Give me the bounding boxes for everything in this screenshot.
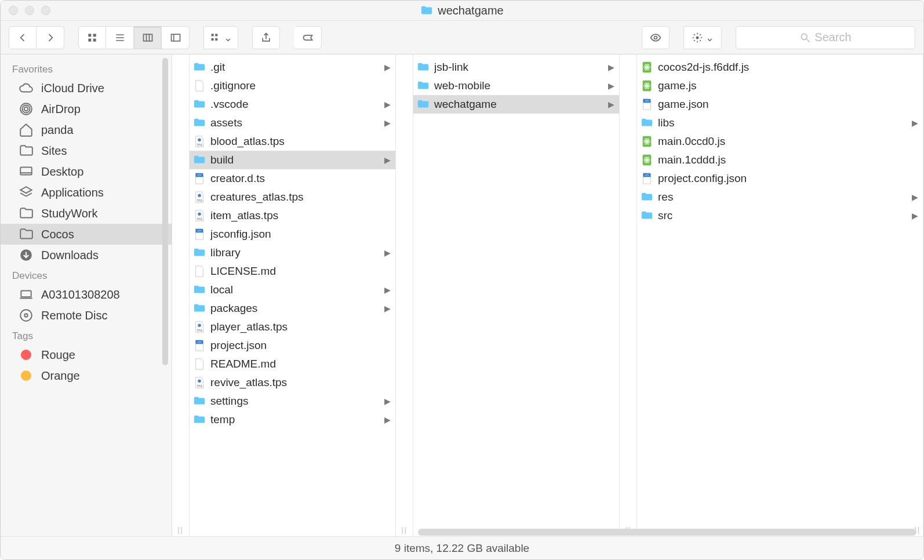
sidebar-item-icloud-drive[interactable]: iCloud Drive bbox=[1, 78, 172, 99]
sidebar-item-rouge[interactable]: Rouge bbox=[1, 344, 172, 365]
file-row[interactable]: main.0ccd0.js bbox=[637, 132, 923, 151]
svg-text:</>: </> bbox=[197, 229, 202, 232]
file-row[interactable]: README.md bbox=[190, 355, 395, 373]
file-row[interactable]: game.js bbox=[637, 77, 923, 95]
folder-icon bbox=[193, 98, 206, 111]
column-gutter-2: || bbox=[620, 54, 637, 536]
traffic-lights bbox=[9, 6, 50, 15]
file-name: .vscode bbox=[210, 98, 380, 111]
list-view-button[interactable] bbox=[106, 26, 134, 49]
download-icon bbox=[18, 248, 34, 262]
folder-icon bbox=[641, 209, 653, 222]
horizontal-scrollbar[interactable] bbox=[418, 529, 916, 536]
minimize-window-button[interactable] bbox=[25, 6, 34, 15]
file-row[interactable]: src▶ bbox=[637, 206, 923, 225]
search-field[interactable]: Search bbox=[736, 26, 915, 49]
sidebar-item-panda[interactable]: panda bbox=[1, 119, 172, 140]
file-name: library bbox=[210, 246, 380, 259]
file-row[interactable]: .git▶ bbox=[190, 58, 395, 77]
file-row[interactable]: library▶ bbox=[190, 243, 395, 262]
search-icon bbox=[799, 32, 811, 43]
sidebar-scrollbar[interactable] bbox=[162, 58, 168, 365]
file-row[interactable]: assets▶ bbox=[190, 114, 395, 132]
file-row[interactable]: </>jsconfig.json bbox=[190, 225, 395, 243]
file-row[interactable]: jsb-link▶ bbox=[413, 58, 619, 77]
file-name: revive_atlas.tps bbox=[210, 376, 391, 389]
folder-icon bbox=[18, 206, 34, 220]
sidebar-item-downloads[interactable]: Downloads bbox=[1, 245, 172, 266]
svg-point-40 bbox=[198, 324, 201, 328]
file-row[interactable]: wechatgame▶ bbox=[413, 95, 619, 114]
arrange-button[interactable]: ⌄ bbox=[203, 26, 238, 49]
sidebar-item-remote-disc[interactable]: Remote Disc bbox=[1, 305, 172, 326]
column-resize-handle[interactable]: || bbox=[172, 526, 189, 534]
column-2[interactable]: || cocos2d-js.f6ddf.jsgame.js</>game.jso… bbox=[637, 54, 923, 536]
file-row[interactable]: build▶ bbox=[190, 151, 395, 169]
close-window-button[interactable] bbox=[9, 6, 18, 15]
file-row[interactable]: TPScreatures_atlas.tps bbox=[190, 188, 395, 206]
file-row[interactable]: </>project.config.json bbox=[637, 169, 923, 188]
sidebar-item-cocos[interactable]: Cocos bbox=[1, 224, 172, 245]
file-row[interactable]: TPSblood_atlas.tps bbox=[190, 132, 395, 151]
sidebar-item-applications[interactable]: Applications bbox=[1, 182, 172, 203]
sidebar-item-desktop[interactable]: Desktop bbox=[1, 161, 172, 182]
file-row[interactable]: .gitignore bbox=[190, 77, 395, 95]
file-row[interactable]: packages▶ bbox=[190, 299, 395, 318]
file-row[interactable]: res▶ bbox=[637, 188, 923, 206]
action-button[interactable]: ⌄ bbox=[683, 26, 722, 49]
sidebar-item-label: Desktop bbox=[41, 165, 83, 179]
file-row[interactable]: main.1cddd.js bbox=[637, 151, 923, 169]
gallery-view-button[interactable] bbox=[162, 26, 190, 49]
svg-text:TPS: TPS bbox=[197, 144, 202, 147]
file-row[interactable]: web-mobile▶ bbox=[413, 77, 619, 95]
file-row[interactable]: </>creator.d.ts bbox=[190, 169, 395, 188]
file-row[interactable]: TPSplayer_atlas.tps bbox=[190, 318, 395, 336]
share-button[interactable] bbox=[252, 26, 280, 49]
file-row[interactable]: TPSrevive_atlas.tps bbox=[190, 373, 395, 392]
column-0[interactable]: .git▶.gitignore.vscode▶assets▶TPSblood_a… bbox=[190, 54, 396, 536]
file-name: .git bbox=[210, 61, 380, 74]
folder-icon bbox=[193, 117, 206, 129]
chevron-right-icon: ▶ bbox=[384, 285, 391, 294]
column-view-button[interactable] bbox=[134, 26, 162, 49]
icon-view-button[interactable] bbox=[78, 26, 106, 49]
file-row[interactable]: TPSitem_atlas.tps bbox=[190, 206, 395, 225]
svg-rect-26 bbox=[21, 291, 31, 297]
chevron-right-icon: ▶ bbox=[384, 248, 391, 257]
file-row[interactable]: temp▶ bbox=[190, 410, 395, 429]
arrange-group: ⌄ bbox=[203, 26, 238, 49]
file-row[interactable]: libs▶ bbox=[637, 114, 923, 132]
file-row[interactable]: settings▶ bbox=[190, 392, 395, 410]
file-icon: TPS bbox=[193, 209, 206, 222]
back-button[interactable] bbox=[9, 26, 37, 49]
sidebar-item-studywork[interactable]: StudyWork bbox=[1, 203, 172, 224]
file-name: temp bbox=[210, 413, 380, 426]
tags-button[interactable] bbox=[294, 26, 322, 49]
file-row[interactable]: .vscode▶ bbox=[190, 95, 395, 114]
file-name: jsconfig.json bbox=[210, 228, 391, 241]
file-row[interactable]: </>game.json bbox=[637, 95, 923, 114]
chevron-right-icon: ▶ bbox=[384, 100, 391, 109]
folder-icon bbox=[193, 246, 206, 259]
file-row[interactable]: local▶ bbox=[190, 281, 395, 299]
file-row[interactable]: </>project.json bbox=[190, 336, 395, 355]
quicklook-button[interactable] bbox=[642, 26, 670, 49]
file-icon bbox=[641, 79, 653, 92]
file-row[interactable]: cocos2d-js.f6ddf.js bbox=[637, 58, 923, 77]
sidebar-item-label: Sites bbox=[41, 144, 67, 158]
file-name: creator.d.ts bbox=[210, 172, 391, 185]
column-resize-handle[interactable]: || bbox=[396, 526, 413, 534]
forward-button[interactable] bbox=[37, 26, 64, 49]
column-1[interactable]: jsb-link▶web-mobile▶wechatgame▶ bbox=[413, 54, 620, 536]
file-name: libs bbox=[658, 117, 907, 129]
sidebar-item-airdrop[interactable]: AirDrop bbox=[1, 99, 172, 119]
file-name: local bbox=[210, 283, 380, 296]
file-icon: </> bbox=[641, 98, 653, 111]
file-name: .gitignore bbox=[210, 79, 391, 92]
file-icon: TPS bbox=[193, 376, 206, 389]
zoom-window-button[interactable] bbox=[41, 6, 50, 15]
sidebar-item-orange[interactable]: Orange bbox=[1, 365, 172, 386]
file-row[interactable]: LICENSE.md bbox=[190, 262, 395, 281]
sidebar-item-a03101308208[interactable]: A03101308208 bbox=[1, 284, 172, 305]
sidebar-item-sites[interactable]: Sites bbox=[1, 140, 172, 161]
